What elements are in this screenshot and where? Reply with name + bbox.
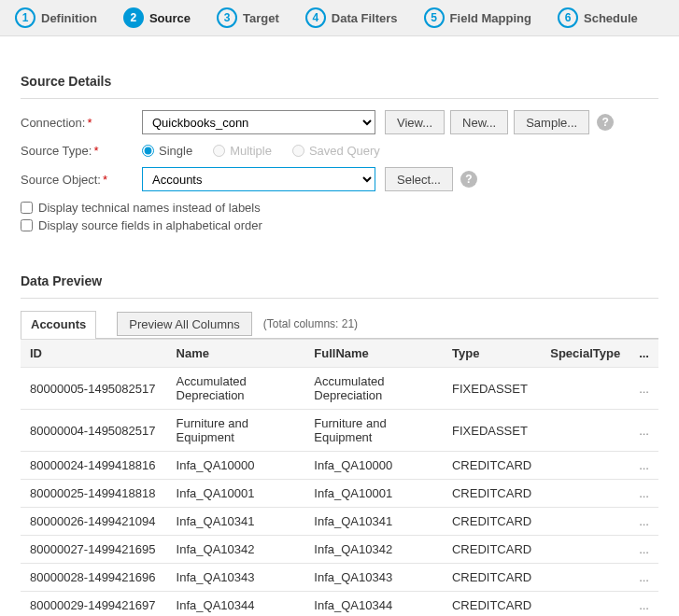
display-alphabetical-label: Display source fields in alphabetical or… bbox=[38, 218, 262, 232]
divider bbox=[21, 298, 658, 299]
step-number: 2 bbox=[123, 7, 144, 28]
column-header[interactable]: FullName bbox=[304, 340, 443, 368]
table-cell bbox=[541, 480, 629, 508]
table-cell bbox=[541, 536, 629, 564]
table-cell: Infa_QA10000 bbox=[167, 452, 305, 480]
table-cell: CREDITCARD bbox=[443, 480, 541, 508]
display-technical-checkbox[interactable] bbox=[21, 202, 33, 214]
column-header[interactable]: ID bbox=[21, 340, 167, 368]
step-field-mapping[interactable]: 5Field Mapping bbox=[424, 7, 531, 28]
table-cell: ... bbox=[629, 536, 658, 564]
table-cell: Infa_QA10343 bbox=[167, 564, 305, 592]
column-header[interactable]: ... bbox=[629, 340, 658, 368]
table-cell: 80000025-1499418818 bbox=[21, 480, 167, 508]
source-object-label: Source Object:* bbox=[21, 173, 142, 187]
radio-saved-query bbox=[292, 145, 304, 157]
new-button[interactable]: New... bbox=[450, 110, 508, 134]
table-cell bbox=[541, 564, 629, 592]
table-row[interactable]: 80000004-1495082517Furniture and Equipme… bbox=[21, 410, 658, 452]
step-data-filters[interactable]: 4Data Filters bbox=[305, 7, 398, 28]
step-label: Schedule bbox=[584, 11, 638, 25]
source-type-radio-group: Single Multiple Saved Query bbox=[142, 144, 380, 158]
table-cell: Infa_QA10341 bbox=[167, 508, 305, 536]
table-cell: Infa_QA10001 bbox=[167, 480, 305, 508]
table-row[interactable]: 80000025-1499418818Infa_QA10001Infa_QA10… bbox=[21, 480, 658, 508]
table-cell: Infa_QA10342 bbox=[304, 536, 443, 564]
table-row[interactable]: 80000026-1499421094Infa_QA10341Infa_QA10… bbox=[21, 508, 658, 536]
step-number: 1 bbox=[15, 7, 35, 28]
source-type-label: Source Type:* bbox=[21, 144, 142, 158]
preview-all-columns-button[interactable]: Preview All Columns bbox=[117, 312, 252, 336]
step-number: 6 bbox=[558, 7, 578, 28]
table-cell: 80000005-1495082517 bbox=[21, 368, 167, 410]
select-button[interactable]: Select... bbox=[385, 167, 453, 191]
column-header[interactable]: Name bbox=[167, 340, 305, 368]
step-schedule[interactable]: 6Schedule bbox=[558, 7, 638, 28]
step-label: Field Mapping bbox=[450, 11, 531, 25]
step-label: Definition bbox=[41, 11, 97, 25]
table-cell bbox=[541, 368, 629, 410]
connection-select[interactable]: Quickbooks_conn bbox=[142, 110, 375, 134]
table-cell: 80000024-1499418816 bbox=[21, 452, 167, 480]
sample-button[interactable]: Sample... bbox=[514, 110, 589, 134]
table-cell: 80000004-1495082517 bbox=[21, 410, 167, 452]
source-object-select[interactable]: Accounts bbox=[142, 167, 375, 191]
table-cell: Infa_QA10344 bbox=[304, 592, 443, 617]
display-alphabetical-checkbox[interactable] bbox=[21, 219, 33, 231]
step-number: 5 bbox=[424, 7, 445, 28]
data-preview-table: IDNameFullNameTypeSpecialType... 8000000… bbox=[21, 338, 658, 616]
radio-single[interactable] bbox=[142, 145, 154, 157]
table-cell bbox=[541, 508, 629, 536]
help-icon[interactable]: ? bbox=[597, 114, 614, 131]
wizard-steps: 1Definition2Source3Target4Data Filters5F… bbox=[0, 0, 679, 36]
table-cell: Infa_QA10342 bbox=[167, 536, 305, 564]
table-cell: ... bbox=[629, 368, 658, 410]
table-cell: Accumulated Depreciation bbox=[167, 368, 305, 410]
step-target[interactable]: 3Target bbox=[217, 7, 279, 28]
step-definition[interactable]: 1Definition bbox=[15, 7, 97, 28]
table-cell: Infa_QA10001 bbox=[304, 480, 443, 508]
table-cell: 80000027-1499421695 bbox=[21, 536, 167, 564]
table-cell: ... bbox=[629, 564, 658, 592]
column-header[interactable]: Type bbox=[443, 340, 541, 368]
table-cell: ... bbox=[629, 410, 658, 452]
step-source[interactable]: 2Source bbox=[123, 7, 191, 28]
section-title-data-preview: Data Preview bbox=[21, 273, 658, 288]
table-row[interactable]: 80000024-1499418816Infa_QA10000Infa_QA10… bbox=[21, 452, 658, 480]
radio-multiple bbox=[213, 145, 225, 157]
divider bbox=[21, 98, 658, 99]
view-button[interactable]: View... bbox=[385, 110, 445, 134]
source-type-single[interactable]: Single bbox=[142, 144, 192, 158]
source-type-multiple: Multiple bbox=[213, 144, 272, 158]
table-cell: Infa_QA10344 bbox=[167, 592, 305, 617]
table-row[interactable]: 80000029-1499421697Infa_QA10344Infa_QA10… bbox=[21, 592, 658, 617]
table-cell: ... bbox=[629, 452, 658, 480]
table-cell: Infa_QA10000 bbox=[304, 452, 443, 480]
table-cell: ... bbox=[629, 480, 658, 508]
table-row[interactable]: 80000005-1495082517Accumulated Depreciat… bbox=[21, 368, 658, 410]
step-label: Target bbox=[243, 11, 279, 25]
table-cell: Furniture and Equipment bbox=[304, 410, 443, 452]
display-technical-label: Display technical names instead of label… bbox=[38, 201, 261, 215]
table-cell bbox=[541, 452, 629, 480]
table-row[interactable]: 80000028-1499421696Infa_QA10343Infa_QA10… bbox=[21, 564, 658, 592]
table-cell: FIXEDASSET bbox=[443, 410, 541, 452]
table-cell: CREDITCARD bbox=[443, 452, 541, 480]
help-icon[interactable]: ? bbox=[460, 171, 477, 188]
table-cell: Infa_QA10341 bbox=[304, 508, 443, 536]
table-cell: ... bbox=[629, 508, 658, 536]
table-cell: CREDITCARD bbox=[443, 508, 541, 536]
step-number: 4 bbox=[305, 7, 326, 28]
table-cell: 80000026-1499421094 bbox=[21, 508, 167, 536]
column-header[interactable]: SpecialType bbox=[541, 340, 629, 368]
tab-accounts[interactable]: Accounts bbox=[21, 311, 96, 339]
step-label: Data Filters bbox=[332, 11, 398, 25]
connection-label: Connection:* bbox=[21, 116, 142, 130]
step-label: Source bbox=[149, 11, 191, 25]
table-cell: CREDITCARD bbox=[443, 592, 541, 617]
table-cell: CREDITCARD bbox=[443, 536, 541, 564]
table-cell: Furniture and Equipment bbox=[167, 410, 305, 452]
table-row[interactable]: 80000027-1499421695Infa_QA10342Infa_QA10… bbox=[21, 536, 658, 564]
table-cell: ... bbox=[629, 592, 658, 617]
table-cell bbox=[541, 410, 629, 452]
